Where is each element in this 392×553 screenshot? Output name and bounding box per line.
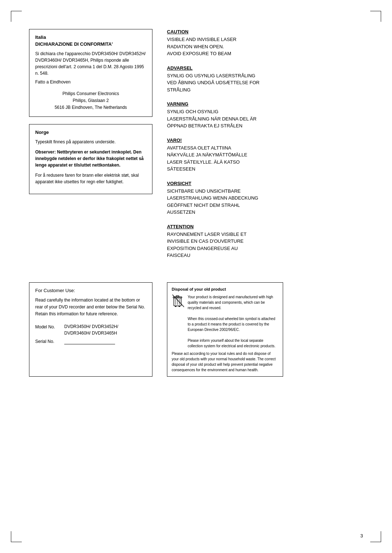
model-value: DVDR3450H/ DVDR3452H/DVDR3460H/ DVDR3465… xyxy=(64,323,118,336)
address-line3: 5616 JB Eindhoven, The Netherlands xyxy=(35,104,146,111)
warning-attention: ATTENTION RAYONNEMENT LASER VISIBLE ETIN… xyxy=(167,224,363,259)
disposal-box: Disposal of your old product xyxy=(167,282,283,377)
corner-mark-tl xyxy=(11,11,22,22)
svg-rect-2 xyxy=(176,296,179,297)
italia-fatto: Fatto a Eindhoven xyxy=(35,79,146,85)
serial-label: Serial No. xyxy=(35,338,61,346)
model-line: Model No. DVDR3450H/ DVDR3452H/DVDR3460H… xyxy=(35,323,146,336)
corner-mark-tr xyxy=(370,11,381,22)
attention-body: RAYONNEMENT LASER VISIBLE ETINVISIBLE EN… xyxy=(167,231,363,259)
disposal-text2: When this crossed-out wheeled bin symbol… xyxy=(188,317,275,332)
disposal-inner: Your product is designed and manufacture… xyxy=(172,294,278,349)
serial-line: Serial No. xyxy=(35,338,146,346)
varning-body: SYNLIG OCH OSYNLIGLASERSTRÅLNING NÄR DEN… xyxy=(167,108,363,130)
advarsel-title: ADVARSEL xyxy=(167,65,363,71)
norge-section: Norge Typeskilt finnes på apparatens und… xyxy=(29,124,152,194)
right-column: CAUTION VISIBLE AND INVISIBLE LASERRADIA… xyxy=(167,29,363,261)
italia-title: Italia xyxy=(35,34,146,40)
norge-body2: Observer: Nettbryteren er sekundert innk… xyxy=(35,149,146,168)
svg-line-8 xyxy=(172,295,184,307)
customer-use-box: For Customer Use: Read carefully the inf… xyxy=(29,282,152,377)
attention-title: ATTENTION xyxy=(167,224,363,229)
warning-vorsicht: VORSICHT SICHTBARE UND UNSICHTBARELASERS… xyxy=(167,181,363,216)
italia-section: Italia DICHIARAZIONE DI CONFORMITA' Si d… xyxy=(29,29,152,117)
italia-body: Si dichiara che l'apparecchio DVDR3450H/… xyxy=(35,50,146,77)
caution-body: VISIBLE AND INVISIBLE LASERRADIATION WHE… xyxy=(167,36,363,57)
norge-title: Norge xyxy=(35,130,146,135)
warning-varo: VARO! AVATTAESSA OLET ALTTIINANÄKYVÄLLE … xyxy=(167,138,363,173)
corner-mark-bl xyxy=(11,531,22,542)
varo-body: AVATTAESSA OLET ALTTIINANÄKYVÄLLE JA NÄK… xyxy=(167,144,363,173)
address-line2: Philips, Glaslaan 2 xyxy=(35,97,146,104)
disposal-icon xyxy=(172,294,185,349)
disposal-title: Disposal of your old product xyxy=(172,286,278,292)
model-serial-section: Model No. DVDR3450H/ DVDR3452H/DVDR3460H… xyxy=(35,323,146,346)
bottom-section: For Customer Use: Read carefully the inf… xyxy=(29,282,363,377)
warning-advarsel: ADVARSEL SYNLIG OG USYNLIG LASERSTRÅLING… xyxy=(167,65,363,94)
norge-body3: For å redusere faren for brann eller ele… xyxy=(35,172,146,185)
disposal-footer: Please act according to your local rules… xyxy=(172,351,278,373)
warning-varning: VARNING SYNLIG OCH OSYNLIGLASERSTRÅLNING… xyxy=(167,101,363,130)
disposal-text: Your product is designed and manufacture… xyxy=(188,294,278,349)
advarsel-body: SYNLIG OG USYNLIG LASERSTRÅLINGVED ÅBNIN… xyxy=(167,72,363,94)
italia-address: Philips Consumer Electronics Philips, Gl… xyxy=(35,90,146,111)
disposal-text1: Your product is designed and manufacture… xyxy=(188,295,273,310)
varning-title: VARNING xyxy=(167,101,363,107)
page-number: 3 xyxy=(360,533,363,538)
warning-caution: CAUTION VISIBLE AND INVISIBLE LASERRADIA… xyxy=(167,29,363,57)
disposal-area: Disposal of your old product xyxy=(167,282,363,377)
address-line1: Philips Consumer Electronics xyxy=(35,90,146,97)
left-column: Italia DICHIARAZIONE DI CONFORMITA' Si d… xyxy=(29,29,152,261)
customer-title: For Customer Use: xyxy=(35,288,146,293)
vorsicht-body: SICHTBARE UND UNSICHTBARELASERSTRAHLUNG … xyxy=(167,188,363,216)
customer-body: Read carefully the information located a… xyxy=(35,297,146,318)
svg-point-6 xyxy=(175,306,176,307)
corner-mark-br xyxy=(370,531,381,542)
svg-point-7 xyxy=(179,306,180,307)
serial-underline xyxy=(64,339,115,344)
caution-title: CAUTION xyxy=(167,29,363,34)
bin-svg xyxy=(172,294,184,307)
model-label: Model No. xyxy=(35,323,61,336)
varo-title: VARO! xyxy=(167,138,363,143)
italia-subtitle: DICHIARAZIONE DI CONFORMITA' xyxy=(35,41,146,47)
norge-body1: Typeskilt finnes på apparatens underside… xyxy=(35,139,146,145)
disposal-text3: Please inform yourself about the local s… xyxy=(188,339,275,348)
vorsicht-title: VORSICHT xyxy=(167,181,363,186)
main-content: Italia DICHIARAZIONE DI CONFORMITA' Si d… xyxy=(29,29,363,261)
